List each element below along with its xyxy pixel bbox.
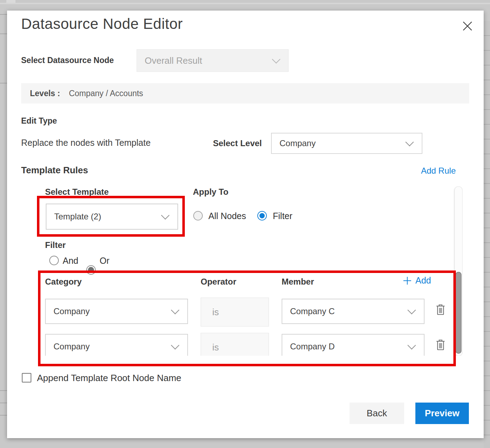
chevron-down-icon (272, 55, 280, 63)
page-title: Datasource Node Editor (21, 15, 183, 32)
chevron-down-icon (407, 341, 416, 349)
condition-row-1-category-dropdown[interactable]: Company (45, 299, 188, 324)
background-row-line (0, 83, 7, 83)
apply-to-label: Apply To (193, 187, 228, 197)
filter-label: Filter (45, 240, 66, 250)
select-template-dropdown[interactable]: Template (2) (46, 204, 178, 230)
condition-row-2-operator-field: is (201, 333, 269, 356)
plus-icon (403, 276, 412, 285)
condition-row-2-member-dropdown[interactable]: Company D (282, 334, 425, 356)
condition-row-2-category-dropdown[interactable]: Company (45, 334, 188, 356)
trash-icon (436, 304, 445, 316)
close-button[interactable] (460, 19, 475, 33)
radio-all-nodes[interactable] (193, 211, 203, 220)
select-template-value: Template (2) (54, 212, 101, 222)
add-condition-label: Add (415, 275, 431, 286)
radio-and-label: And (63, 256, 78, 266)
levels-bar: Levels : Company / Accounts (21, 83, 469, 104)
condition-row-1-delete-button[interactable] (436, 304, 445, 317)
edit-type-value: Replace the nodes with Template (21, 138, 151, 148)
scrollbar-thumb[interactable] (456, 272, 461, 354)
condition-row-1-operator-value: is (212, 307, 219, 318)
condition-row-1-member-value: Company C (290, 306, 335, 316)
background-row-line (0, 14, 7, 15)
background-row-line (0, 415, 7, 416)
chevron-down-icon (171, 306, 179, 314)
select-template-label: Select Template (45, 187, 109, 197)
category-header: Category (45, 277, 82, 287)
condition-row-2-category-value: Company (54, 342, 90, 351)
condition-row-2-operator-value: is (212, 342, 219, 353)
radio-or[interactable] (86, 265, 96, 275)
template-rules-scroll-area: Select Template Apply To Template (2) Al… (21, 186, 463, 356)
condition-row-2-delete-button[interactable] (436, 339, 445, 352)
preview-button[interactable]: Preview (415, 403, 469, 424)
chevron-down-icon (405, 138, 414, 146)
datasource-node-label: Select Datasource Node (21, 56, 114, 65)
operator-header: Operator (201, 277, 236, 287)
add-rule-link[interactable]: Add Rule (421, 166, 456, 176)
chevron-down-icon (161, 211, 169, 219)
close-icon (462, 21, 473, 31)
radio-and[interactable] (49, 256, 59, 265)
select-level-value: Company (279, 138, 316, 148)
back-button[interactable]: Back (350, 403, 404, 424)
condition-row-2-member-value: Company D (290, 342, 335, 351)
levels-label: Levels : (30, 89, 60, 98)
radio-filter-label: Filter (273, 211, 293, 221)
condition-row-1-operator-field: is (201, 298, 269, 326)
radio-all-nodes-label: All Nodes (208, 211, 246, 221)
member-header: Member (282, 277, 314, 287)
datasource-node-select: Overall Result (137, 49, 289, 72)
chevron-down-icon (171, 341, 179, 349)
background-row-line (0, 390, 7, 391)
background-page-edge (0, 3, 490, 4)
trash-icon (436, 339, 445, 351)
select-level-label: Select Level (213, 138, 262, 148)
condition-row-1-category-value: Company (54, 306, 90, 316)
radio-filter[interactable] (257, 211, 267, 220)
edit-type-heading: Edit Type (21, 116, 57, 126)
add-condition-button[interactable]: Add (403, 275, 431, 286)
background-grid-rows (484, 21, 490, 448)
background-row-line (0, 403, 7, 403)
background-page-fragment (6, 0, 15, 3)
append-root-node-label: Append Template Root Node Name (37, 373, 181, 384)
chevron-down-icon (407, 306, 416, 314)
condition-row-1-member-dropdown[interactable]: Company C (282, 299, 425, 324)
select-level-dropdown[interactable]: Company (271, 133, 422, 154)
datasource-node-value: Overall Result (145, 55, 202, 66)
levels-value: Company / Accounts (69, 89, 143, 98)
background-row-line (0, 33, 7, 34)
template-rules-heading: Template Rules (21, 165, 88, 176)
append-root-node-checkbox[interactable] (22, 373, 31, 382)
radio-or-label: Or (100, 256, 109, 266)
